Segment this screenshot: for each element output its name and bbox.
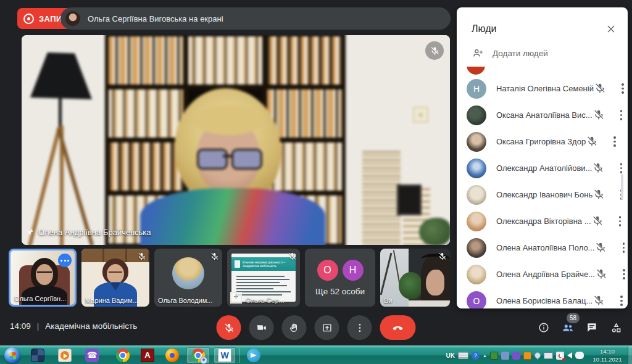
tray-utility-icon[interactable] [523, 352, 531, 360]
present-screen-button[interactable] [315, 315, 339, 340]
water-drop-tray-icon[interactable] [533, 351, 542, 360]
start-button[interactable] [4, 347, 20, 363]
participants-count-badge: 58 [567, 313, 580, 323]
presentation-thumbnail[interactable]: Ключові напрями діяльності – Академічна … [227, 249, 300, 307]
volume-tray-icon[interactable] [567, 352, 572, 358]
close-icon[interactable] [604, 22, 618, 36]
participant-row[interactable]: Олена Андріївна Брайче... [457, 261, 628, 287]
meeting-side-controls: 58 [536, 320, 623, 335]
taskbar-app-video[interactable] [27, 347, 48, 363]
mic-toggle-button[interactable] [217, 315, 241, 340]
participants-button[interactable]: 58 [560, 320, 575, 335]
participant-row[interactable]: Олександр Іванович Бонь [457, 181, 628, 208]
slide-logo [235, 260, 240, 268]
raise-hand-button[interactable] [282, 315, 307, 340]
taskbar-clock[interactable]: 14:10 10.11.2021 [589, 347, 626, 363]
chat-button[interactable] [584, 320, 599, 335]
acrobat-icon: A [141, 349, 154, 362]
meeting-details-button[interactable] [536, 320, 551, 335]
row-menu-button[interactable] [614, 162, 628, 175]
more-participants-tile[interactable]: О Н Ще 52 особи [305, 249, 375, 307]
people-panel-title: Люди [472, 23, 604, 35]
taskbar-app-telegram[interactable] [243, 347, 264, 363]
self-video-thumbnail[interactable]: Ви [380, 249, 450, 307]
taskbar-divider [239, 348, 240, 363]
participant-row[interactable]: Олександр Анатолійови... [457, 155, 628, 181]
network-tray-icon[interactable] [544, 352, 553, 359]
end-call-button[interactable] [380, 315, 416, 340]
viber-icon: ☎ [85, 349, 99, 362]
participant-initial-avatar: О [467, 291, 486, 309]
screen-share-banner[interactable]: Ольга Сергіївна Виговська на екрані [60, 7, 451, 30]
participant-initial-avatar: О [317, 260, 338, 281]
participant-photo-avatar [467, 105, 486, 125]
participant-name: Олександр Іванович Бонь [496, 190, 592, 199]
participant-row[interactable]: Олена Анатоліївна Поло... [457, 234, 628, 261]
muted-mic-icon [594, 241, 608, 255]
row-menu-button[interactable] [617, 268, 628, 281]
show-desktop-button[interactable] [628, 346, 632, 364]
people-panel: Люди Додати людей Н Наталія Олегівна Сем… [457, 7, 628, 308]
windows-logo-icon [9, 352, 16, 359]
video-thumbnail[interactable]: Ольга Володим... [154, 249, 222, 307]
tray-app-icon[interactable] [501, 352, 509, 360]
muted-mic-icon [592, 162, 605, 175]
language-indicator[interactable]: UK [446, 351, 455, 360]
taskbar-app-chrome-active[interactable] [186, 347, 210, 363]
activities-button[interactable] [609, 320, 623, 335]
camera-toggle-button[interactable] [249, 315, 274, 340]
viber-tray-icon[interactable] [512, 352, 520, 360]
participant-initial-avatar: Н [343, 260, 364, 281]
keyboard-layout-icon[interactable] [458, 352, 468, 359]
taskbar-app-chrome[interactable] [112, 347, 133, 363]
main-video-tile[interactable]: ✛ Олена Андріївна Брайчевська [22, 35, 450, 245]
help-tray-icon[interactable]: ? [472, 352, 480, 360]
row-menu-button[interactable] [613, 215, 627, 228]
row-menu-button[interactable] [616, 82, 628, 96]
thumbnail-label: Ольга Сер... [246, 297, 285, 304]
participant-name: Олена Анатоліївна Поло... [496, 243, 594, 252]
more-options-button[interactable] [347, 315, 372, 340]
partial-avatar [467, 67, 485, 75]
tray-cloud-icon[interactable] [575, 352, 584, 359]
add-people-button[interactable]: Додати людей [472, 47, 548, 59]
taskbar-app-viber[interactable]: ☎ [81, 347, 102, 363]
pinned-speaker-name: Олена Андріївна Брайчевська [38, 228, 151, 237]
participant-photo-avatar [467, 212, 486, 231]
row-menu-button[interactable] [615, 109, 628, 122]
participant-row[interactable]: Н Наталія Олегівна Семеній [457, 75, 628, 102]
record-icon [23, 14, 34, 24]
add-people-label: Додати людей [493, 49, 548, 58]
divider: | [37, 321, 40, 331]
taskbar-app-mediaplayer[interactable] [54, 347, 75, 363]
muted-mic-icon [592, 294, 606, 308]
self-label: Ви [384, 297, 392, 304]
chrome-icon [116, 349, 130, 362]
show-hidden-icons-button[interactable]: ▲ [483, 351, 487, 360]
participants-list: Н Наталія Олегівна Семеній Оксана Анатол… [457, 67, 628, 308]
muted-mic-icon [592, 109, 606, 122]
panel-scrollbar[interactable] [621, 174, 623, 200]
tile-options-button[interactable] [58, 254, 72, 267]
taskbar-app-firefox[interactable] [162, 347, 183, 363]
video-thumbnail[interactable]: Марина Вадим... [81, 249, 149, 307]
participant-row[interactable]: Оксана Анатоліївна Вис... [457, 102, 628, 128]
participant-row[interactable]: Олександра Вікторівна ... [457, 208, 628, 234]
participant-name: Олена Борисівна Балац... [496, 296, 592, 305]
taskbar-app-word[interactable]: W [214, 347, 236, 363]
main-video-scene: ✛ [22, 35, 450, 245]
taskbar-app-acrobat[interactable]: A [137, 347, 158, 363]
row-menu-button[interactable] [608, 135, 622, 149]
screen-share-banner-text: Ольга Сергіївна Виговська на екрані [88, 14, 223, 23]
telegram-icon [247, 349, 260, 362]
participant-name: Оксана Анатоліївна Вис... [496, 110, 592, 120]
gpu-tray-icon[interactable] [490, 352, 498, 360]
video-thumbnail-active-speaker[interactable]: Ольга Сергіївн... [9, 249, 77, 307]
participant-photo-avatar [467, 265, 486, 284]
participant-avatar [172, 257, 204, 289]
participant-row[interactable]: О Олена Борисівна Балац... [457, 287, 628, 308]
muted-mic-icon [425, 41, 444, 60]
row-menu-button[interactable] [617, 241, 628, 255]
participant-row[interactable]: Оксана Григорівна Здор [457, 128, 628, 155]
row-menu-button[interactable] [615, 294, 628, 308]
